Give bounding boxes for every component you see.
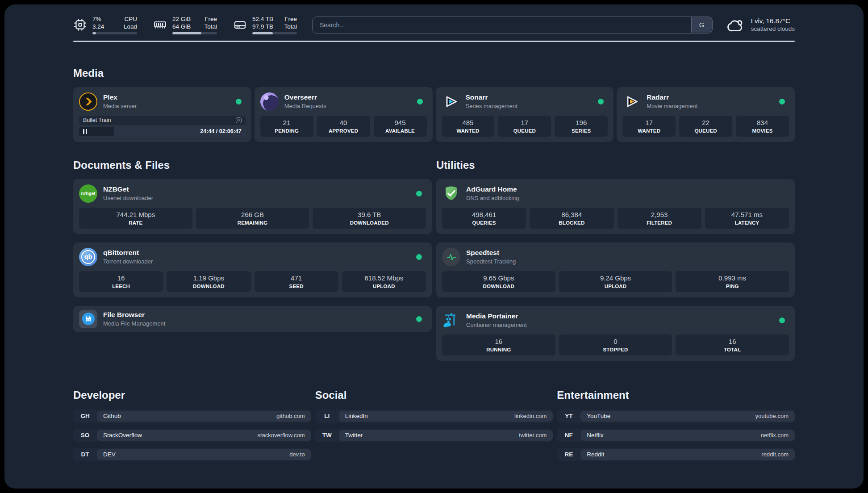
bookmark-abbr: LI (315, 409, 339, 423)
now-playing-row: Bullet Train (79, 116, 246, 125)
bookmark-twitter[interactable]: TW Twittertwitter.com (315, 429, 553, 442)
status-dot-online (779, 99, 785, 104)
memory-progress-bar (172, 32, 217, 34)
weather-condition: scattered clouds (751, 25, 795, 33)
service-description: Media Requests (284, 103, 326, 109)
memory-total-label: Total (204, 23, 217, 30)
documents-column: Documents & Files nzbget NZBGet Usenet d… (73, 142, 432, 369)
service-name: File Browser (103, 311, 165, 319)
bookmark-name: YouTube (587, 413, 610, 419)
bookmark-linkedin[interactable]: LI LinkedInlinkedin.com (315, 409, 553, 423)
dashboard-panel: 7%CPU 3.24Load 22 GiBFree 64 GiBTotal (4, 4, 864, 489)
service-name: Radarr (647, 93, 697, 101)
memory-free-label: Free (204, 15, 217, 23)
disk-monitor: 52.4 TBFree 97.9 TBTotal (233, 15, 297, 34)
disk-icon (233, 18, 247, 32)
memory-total-value: 64 GiB (172, 23, 191, 30)
bookmark-group-social: Social LI LinkedInlinkedin.com TW Twitte… (315, 369, 553, 467)
stat-tile: 2,953FILTERED (618, 208, 701, 229)
disk-total-label: Total (284, 23, 297, 30)
bookmark-name: Twitter (345, 432, 363, 439)
service-name: qBittorrent (103, 249, 153, 257)
service-card-speedtest[interactable]: Speedtest Speedtest Tracking 9.65 GbpsDO… (436, 242, 795, 297)
status-dot-online (779, 318, 785, 323)
stat-tile: 39.6 TBDOWNLOADED (313, 208, 426, 229)
bookmark-url: twitter.com (519, 432, 547, 439)
bookmark-url: dev.to (289, 451, 305, 458)
stat-tile: 9.65 GbpsDOWNLOAD (442, 271, 555, 292)
sonarr-icon (442, 92, 460, 111)
stat-tile: 16TOTAL (676, 334, 789, 355)
bookmark-github[interactable]: GH Githubgithub.com (73, 409, 311, 423)
bookmark-url: youtube.com (755, 413, 789, 419)
service-card-nzbget[interactable]: nzbget NZBGet Usenet downloader 744.21 M… (73, 179, 432, 234)
bookmark-abbr: YT (557, 409, 580, 423)
service-name: Sonarr (466, 93, 517, 101)
bookmark-url: netflix.com (761, 432, 789, 439)
bookmark-name: LinkedIn (345, 413, 368, 419)
bookmark-group-developer: Developer GH Githubgithub.com SO StackOv… (73, 369, 311, 467)
pause-icon[interactable] (83, 129, 87, 134)
cpu-usage-value: 7% (92, 15, 101, 23)
disk-progress-fill (252, 32, 273, 34)
overseerr-icon (260, 92, 279, 111)
service-card-sonarr[interactable]: Sonarr Series management 485WANTED 17QUE… (436, 87, 614, 142)
bookmark-reddit[interactable]: RE Redditreddit.com (557, 448, 795, 461)
cpu-monitor: 7%CPU 3.24Load (73, 15, 137, 34)
stat-tile: 22QUEUED (679, 116, 732, 137)
playback-progress-bar[interactable]: 24:44 / 02:06:47 (79, 127, 246, 136)
stat-tile: 47.571 msLATENCY (705, 208, 789, 229)
service-card-portainer[interactable]: Media Portainer Container management 16R… (436, 306, 795, 361)
service-card-radarr[interactable]: Radarr Movie management 17WANTED 22QUEUE… (617, 87, 795, 142)
bookmark-stackoverflow[interactable]: SO StackOverflowstackoverflow.com (73, 429, 311, 442)
stat-tile: 1.19 GbpsDOWNLOAD (167, 271, 250, 292)
section-title-documents: Documents & Files (73, 159, 432, 171)
service-card-plex[interactable]: Plex Media server Bullet Train 24:44 / 0… (73, 87, 251, 142)
disc-icon (236, 117, 242, 123)
playback-time: 24:44 / 02:06:47 (200, 128, 241, 134)
service-card-overseerr[interactable]: Overseerr Media Requests 21PENDING 40APP… (255, 87, 433, 142)
stat-tile: 0.993 msPING (676, 271, 789, 292)
header: 7%CPU 3.24Load 22 GiBFree 64 GiBTotal (73, 4, 795, 34)
service-description: Speedtest Tracking (466, 258, 516, 265)
disk-free-label: Free (284, 15, 297, 23)
bookmark-url: reddit.com (761, 451, 789, 458)
radarr-icon (622, 92, 641, 111)
bookmark-name: Netflix (587, 432, 604, 439)
service-card-adguard[interactable]: AdGuard Home DNS and adblocking 498,461Q… (436, 179, 795, 234)
speedtest-icon (442, 248, 460, 266)
stat-tile: 834MOVIES (736, 116, 789, 137)
stat-tile: 16RUNNING (442, 334, 555, 355)
service-name: Speedtest (466, 249, 516, 257)
stat-tile: 86,384BLOCKED (530, 208, 613, 229)
disk-free-value: 52.4 TB (252, 15, 273, 23)
stat-tile: 266 GBREMAINING (196, 208, 309, 229)
service-description: Media File Management (103, 320, 165, 327)
status-dot-online (236, 99, 242, 104)
search-provider-button[interactable]: G (691, 17, 712, 33)
memory-progress-fill (172, 32, 201, 34)
bookmark-abbr: TW (315, 429, 339, 442)
search-input[interactable] (312, 17, 713, 33)
service-description: Movie management (647, 103, 697, 109)
stat-tile: 945AVAILABLE (374, 116, 427, 137)
section-title-social: Social (315, 389, 553, 401)
stat-tile: 9.24 GbpsUPLOAD (559, 271, 672, 292)
service-name: Media Portainer (466, 312, 527, 320)
plex-icon (79, 92, 97, 111)
service-card-qbittorrent[interactable]: qb qBittorrent Torrent downloader 16LEEC… (73, 242, 432, 297)
stat-tile: 0STOPPED (559, 334, 672, 355)
service-description: Torrent downloader (103, 258, 153, 265)
stat-tile: 471SEED (255, 271, 338, 292)
bookmark-dev[interactable]: DT DEVdev.to (73, 448, 311, 461)
bookmark-netflix[interactable]: NF Netflixnetflix.com (557, 429, 795, 442)
stat-tile: 196SERIES (555, 116, 608, 137)
section-title-utilities: Utilities (436, 159, 795, 171)
bookmark-abbr: GH (73, 409, 97, 423)
status-dot-online (416, 191, 422, 196)
bookmark-group-entertainment: Entertainment YT YouTubeyoutube.com NF N… (557, 369, 795, 467)
service-card-filebrowser[interactable]: File Browser Media File Management (73, 306, 432, 332)
stat-tile: 744.21 MbpsRATE (79, 208, 192, 229)
bookmark-youtube[interactable]: YT YouTubeyoutube.com (557, 409, 795, 423)
weather-widget: Lviv, 16.87°C scattered clouds (725, 17, 795, 33)
